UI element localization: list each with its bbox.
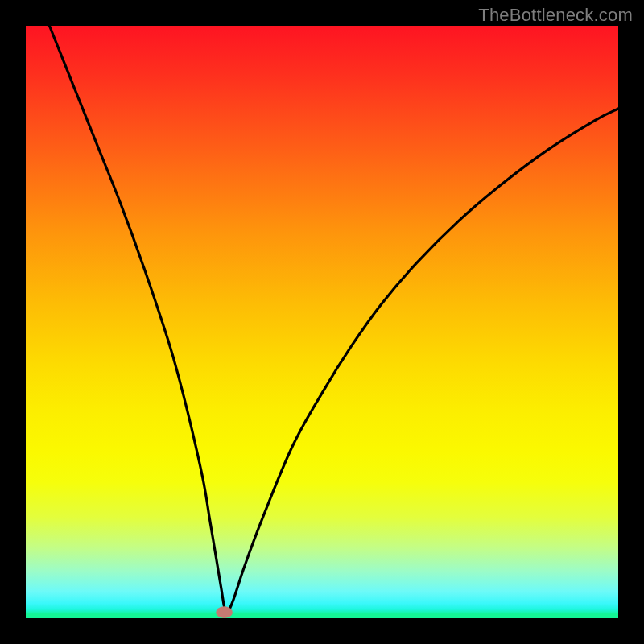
chart-frame: TheBottleneck.com (0, 0, 644, 644)
plot-area (26, 26, 618, 618)
min-marker (216, 606, 233, 618)
bottleneck-curve (49, 26, 618, 613)
watermark-text: TheBottleneck.com (478, 5, 633, 26)
curve-svg (26, 26, 618, 618)
